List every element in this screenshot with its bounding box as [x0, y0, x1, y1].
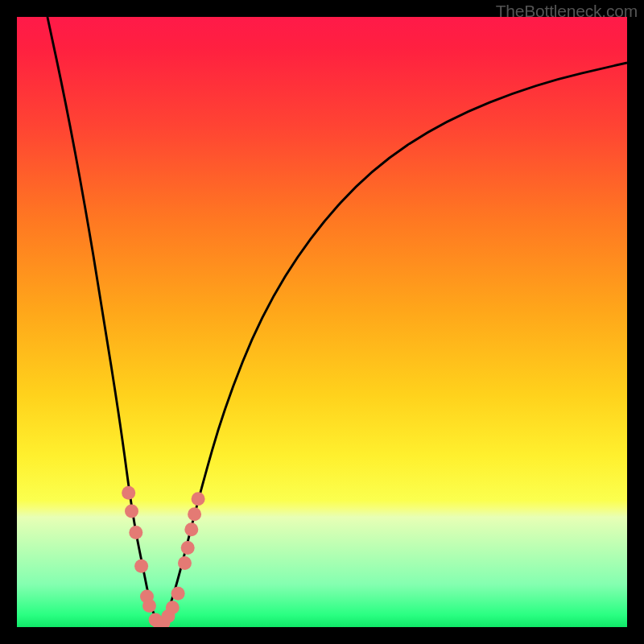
data-point — [188, 507, 201, 521]
bottleneck-curve-svg — [17, 17, 627, 627]
plot-area — [17, 17, 627, 627]
data-point — [178, 556, 192, 570]
data-point — [184, 522, 198, 536]
data-point — [192, 492, 205, 506]
data-point — [166, 601, 180, 614]
data-point — [181, 541, 195, 555]
chart-frame: TheBottleneck.com — [0, 0, 644, 644]
data-point — [171, 587, 185, 601]
marker-group — [122, 486, 204, 627]
data-point — [122, 486, 135, 500]
data-point — [142, 599, 156, 613]
watermark-text: TheBottleneck.com — [496, 2, 638, 21]
data-point — [134, 559, 148, 573]
data-point — [125, 505, 138, 518]
data-point — [129, 526, 142, 539]
